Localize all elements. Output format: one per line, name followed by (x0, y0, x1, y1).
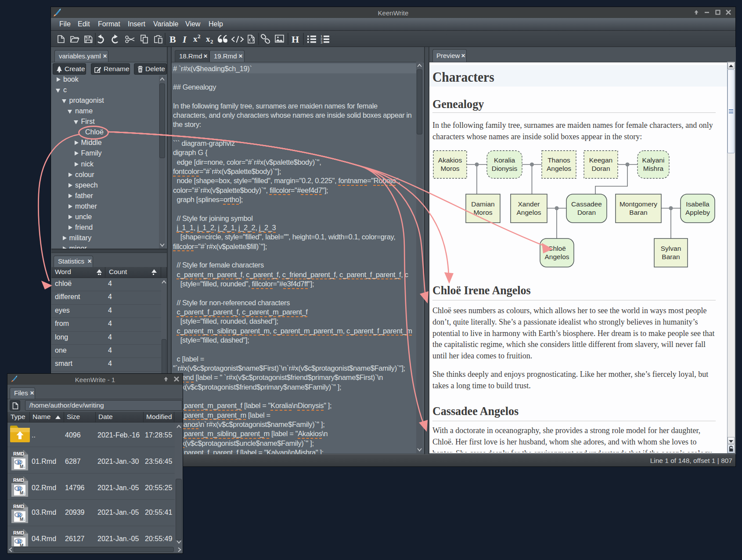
svg-text:M↓: M↓ (20, 517, 25, 522)
svg-text:Xander: Xander (518, 200, 540, 208)
svg-text:Moros: Moros (440, 165, 459, 172)
svg-text:3: 3 (321, 40, 323, 44)
svg-text:RMD: RMD (13, 451, 24, 456)
svg-text:Thanos: Thanos (547, 156, 570, 164)
svg-text:B: B (169, 34, 176, 45)
svg-text:Doran: Doran (591, 165, 610, 172)
svg-text:Isabella: Isabella (686, 200, 710, 208)
svg-text:Cassadee: Cassadee (571, 200, 602, 208)
svg-text:Angelos: Angelos (544, 253, 569, 260)
svg-text:2: 2 (198, 33, 201, 40)
svg-text:Akakios: Akakios (438, 156, 462, 164)
svg-text:RMD: RMD (13, 504, 24, 509)
svg-text:Koralia: Koralia (494, 156, 515, 164)
svg-text:Baran: Baran (662, 253, 680, 260)
svg-text:Chloë: Chloë (548, 245, 566, 252)
svg-text:Dionysis: Dionysis (492, 165, 518, 172)
svg-text:RMD: RMD (13, 477, 24, 483)
svg-text:Montgomery: Montgomery (620, 200, 657, 208)
svg-text:M↓: M↓ (20, 491, 25, 495)
svg-text:Moros: Moros (473, 209, 492, 216)
svg-text:Keegan: Keegan (589, 156, 612, 164)
svg-text:2: 2 (210, 38, 213, 45)
svg-text:RMD: RMD (13, 530, 24, 535)
svg-text:Kalyani: Kalyani (642, 156, 665, 164)
svg-text:Angelos: Angelos (547, 165, 571, 172)
svg-text:Baran: Baran (629, 209, 647, 216)
svg-text:Mishra: Mishra (643, 165, 664, 172)
svg-text:Damian: Damian (471, 200, 494, 208)
svg-text:I: I (182, 34, 187, 45)
svg-text:Sylvan: Sylvan (661, 245, 681, 252)
svg-text:H: H (292, 34, 299, 45)
svg-text:Appleby: Appleby (685, 209, 710, 216)
svg-text:x: x (206, 34, 210, 43)
svg-text:M↓: M↓ (20, 464, 25, 469)
svg-text:M↓: M↓ (20, 543, 25, 546)
svg-text:Doran: Doran (577, 209, 596, 216)
svg-text:Angelos: Angelos (516, 209, 541, 216)
svg-text:x: x (193, 34, 198, 43)
